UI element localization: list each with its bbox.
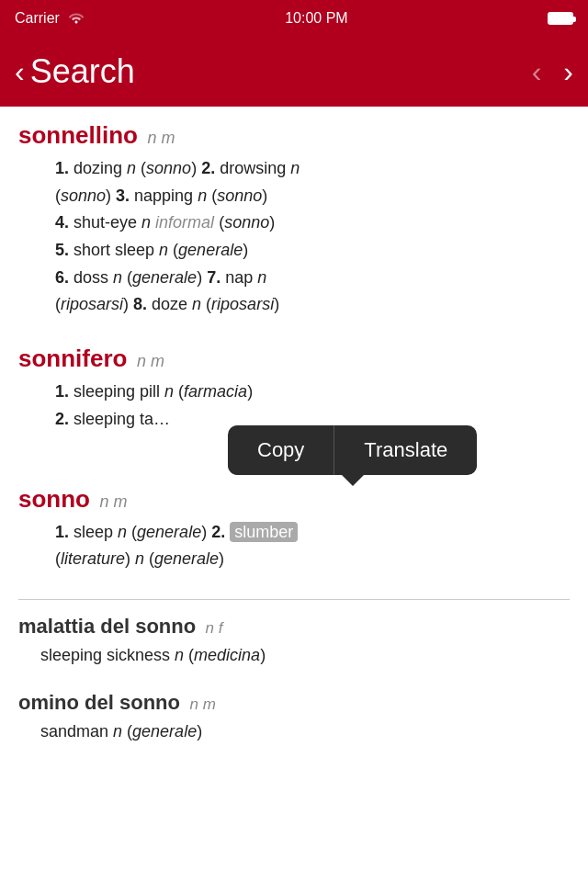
entry-sonno-word: sonno <box>18 485 90 513</box>
entry-sonnifero-word: sonnifero <box>18 345 127 372</box>
nav-arrows: ‹ › <box>532 55 573 89</box>
sub-entry-malattia-def: sleeping sickness n (medicina) <box>18 642 570 669</box>
sub-entry-malattia-grammar: n f <box>206 619 223 637</box>
sub-entry-omino: omino del sonno n m sandman n (generale) <box>18 691 570 745</box>
section-separator <box>18 599 570 600</box>
context-menu: Copy Translate <box>228 425 477 475</box>
sub-entry-malattia-word: malattia del sonno <box>18 615 196 638</box>
translate-button[interactable]: Translate <box>334 425 477 475</box>
status-bar: Carrier 10:00 PM <box>0 0 588 37</box>
copy-button[interactable]: Copy <box>228 425 334 475</box>
time-label: 10:00 PM <box>285 10 347 27</box>
sub-entry-omino-def: sandman n (generale) <box>18 718 570 745</box>
sub-entry-omino-header: omino del sonno n m <box>18 691 570 715</box>
entry-sonnellino-grammar: n m <box>147 129 175 147</box>
prev-arrow-icon[interactable]: ‹ <box>532 55 542 89</box>
entry-sonnifero-grammar: n m <box>137 352 164 370</box>
entry-sonno-defs: 1. sleep n (generale) 2. slumber (litera… <box>18 519 570 573</box>
entry-sonnifero-header: sonnifero n m <box>18 345 570 373</box>
entry-sonno-grammar: n m <box>99 492 127 511</box>
entry-sonnellino-defs: 1. dozing n (sonno) 2. drowsing n (sonno… <box>18 155 570 319</box>
nav-title: Search <box>30 52 135 91</box>
status-left: Carrier <box>15 9 85 28</box>
next-arrow-icon[interactable]: › <box>563 55 573 89</box>
sub-entry-omino-grammar: n m <box>189 695 215 713</box>
sub-entry-malattia: malattia del sonno n f sleeping sickness… <box>18 615 570 669</box>
sub-entry-malattia-header: malattia del sonno n f <box>18 615 570 639</box>
entry-sonno: sonno n m 1. sleep n (generale) 2. slumb… <box>18 485 570 573</box>
sub-entry-omino-word: omino del sonno <box>18 691 180 714</box>
entry-sonnellino-word: sonnellino <box>18 121 138 149</box>
entry-sonno-header: sonno n m <box>18 485 570 514</box>
nav-bar: ‹ Search ‹ › <box>0 37 588 107</box>
back-button[interactable]: ‹ Search <box>15 52 135 91</box>
entry-sonnifero: sonnifero n m 1. sleeping pill n (farmac… <box>18 345 570 433</box>
wifi-icon <box>67 9 85 28</box>
content-area: sonnellino n m 1. dozing n (sonno) 2. dr… <box>0 107 588 785</box>
carrier-label: Carrier <box>15 10 60 27</box>
back-chevron-icon: ‹ <box>15 57 25 86</box>
battery-icon <box>548 12 573 25</box>
entry-sonnellino-header: sonnellino n m <box>18 121 570 150</box>
entry-sonnellino: sonnellino n m 1. dozing n (sonno) 2. dr… <box>18 121 570 319</box>
